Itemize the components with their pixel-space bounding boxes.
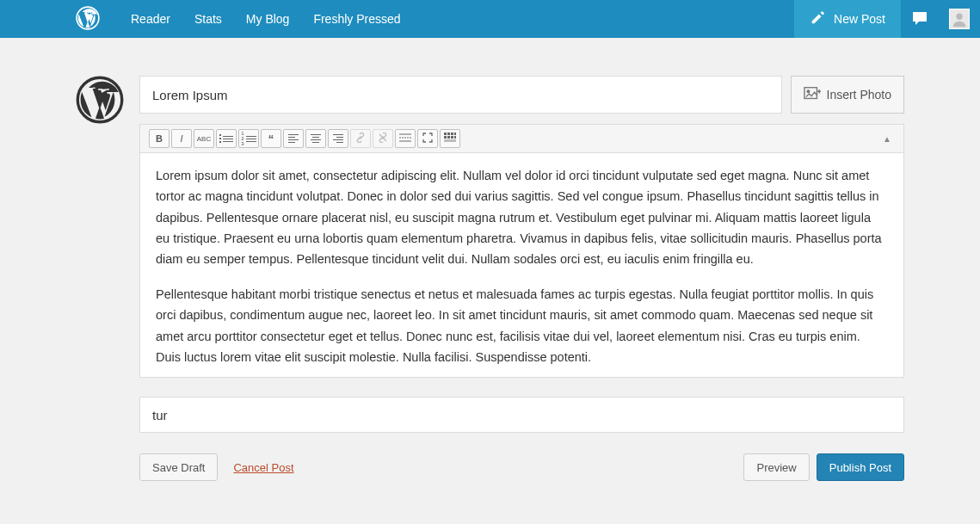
wordpress-logo-icon[interactable] xyxy=(76,6,119,33)
link-icon xyxy=(355,133,366,145)
editor-toolbar: B I ABC 123 “ ▲ xyxy=(140,125,903,153)
unlink-icon xyxy=(378,133,388,145)
new-post-label: New Post xyxy=(834,12,885,26)
publish-post-button[interactable]: Publish Post xyxy=(817,453,904,481)
kitchen-sink-icon xyxy=(444,133,456,145)
svg-rect-15 xyxy=(451,136,453,139)
toolbar-numbered-list-button[interactable]: 123 xyxy=(238,129,259,148)
toolbar-kitchen-sink-button[interactable] xyxy=(440,129,460,148)
align-right-icon xyxy=(333,134,343,143)
toolbar-fullscreen-button[interactable] xyxy=(417,129,438,148)
editor-box: B I ABC 123 “ ▲ xyxy=(139,124,904,378)
toolbar-blockquote-button[interactable]: “ xyxy=(261,129,281,148)
toolbar-align-center-button[interactable] xyxy=(305,129,326,148)
toolbar-strikethrough-button[interactable]: ABC xyxy=(194,129,214,148)
nav-reader[interactable]: Reader xyxy=(119,0,182,38)
toolbar-italic-button[interactable]: I xyxy=(171,129,192,148)
speech-bubble-icon xyxy=(911,9,928,29)
chevron-up-icon: ▲ xyxy=(883,134,891,144)
svg-rect-16 xyxy=(454,136,456,139)
insert-photo-button[interactable]: Insert Photo xyxy=(791,76,905,114)
svg-point-2 xyxy=(956,14,962,20)
insert-photo-icon xyxy=(804,86,827,104)
toolbar-align-left-button[interactable] xyxy=(283,129,304,148)
pencil-icon xyxy=(810,10,834,28)
preview-button[interactable]: Preview xyxy=(743,453,809,481)
new-post-button[interactable]: New Post xyxy=(794,0,901,38)
bulleted-list-icon xyxy=(219,134,233,143)
toolbar-unlink-button[interactable] xyxy=(373,129,393,148)
post-title-input[interactable] xyxy=(139,76,782,114)
toolbar-align-right-button[interactable] xyxy=(328,129,348,148)
svg-rect-9 xyxy=(444,133,447,135)
title-row: Insert Photo xyxy=(139,76,904,114)
nav-freshly-pressed[interactable]: Freshly Pressed xyxy=(301,0,412,38)
post-content-editor[interactable]: Lorem ipsum dolor sit amet, consectetur … xyxy=(140,153,903,377)
toolbar-more-tag-button[interactable] xyxy=(395,129,416,148)
editor-column: Insert Photo B I ABC 123 “ xyxy=(139,76,904,481)
tags-input[interactable] xyxy=(139,397,904,433)
svg-rect-10 xyxy=(447,133,450,135)
toolbar-collapse-toggle[interactable]: ▲ xyxy=(879,129,895,148)
numbered-list-icon: 123 xyxy=(241,131,256,146)
svg-rect-13 xyxy=(444,136,447,139)
nav-stats[interactable]: Stats xyxy=(182,0,234,38)
toolbar-bold-button[interactable]: B xyxy=(149,129,169,148)
profile-button[interactable] xyxy=(939,0,980,38)
blockquote-icon: “ xyxy=(268,133,274,145)
wordpress-badge-icon xyxy=(76,76,139,481)
insert-photo-label: Insert Photo xyxy=(827,88,892,102)
notifications-button[interactable] xyxy=(901,0,939,38)
content-paragraph: Lorem ipsum dolor sit amet, consectetur … xyxy=(156,165,888,270)
fullscreen-icon xyxy=(422,133,433,145)
svg-point-5 xyxy=(807,89,810,92)
content-paragraph: Pellentesque habitant morbi tristique se… xyxy=(156,284,888,367)
svg-rect-17 xyxy=(444,139,456,142)
topbar-right: New Post xyxy=(794,0,980,38)
toolbar-link-button[interactable] xyxy=(350,129,371,148)
actions-row: Save Draft Cancel Post Preview Publish P… xyxy=(139,453,904,481)
save-draft-button[interactable]: Save Draft xyxy=(139,453,218,481)
topbar-left: Reader Stats My Blog Freshly Pressed xyxy=(0,0,413,38)
nav-my-blog[interactable]: My Blog xyxy=(234,0,302,38)
more-tag-icon xyxy=(399,133,411,145)
avatar-icon xyxy=(949,9,970,29)
editor-wrap: Insert Photo B I ABC 123 “ xyxy=(0,38,980,481)
svg-rect-12 xyxy=(454,133,456,135)
toolbar-bulleted-list-button[interactable] xyxy=(216,129,237,148)
top-bar: Reader Stats My Blog Freshly Pressed New… xyxy=(0,0,980,38)
align-left-icon xyxy=(288,134,299,143)
align-center-icon xyxy=(311,134,321,143)
svg-rect-14 xyxy=(447,136,450,139)
cancel-post-link[interactable]: Cancel Post xyxy=(233,461,293,474)
svg-rect-11 xyxy=(451,133,453,135)
